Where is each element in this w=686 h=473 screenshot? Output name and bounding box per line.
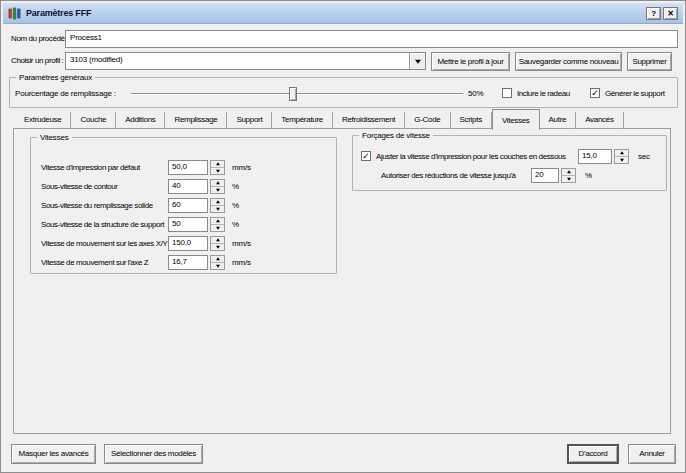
adjust-speed-checkbox[interactable]: ✓ bbox=[361, 151, 371, 161]
tab-support[interactable]: Support bbox=[227, 112, 272, 129]
speed-row-label: Sous-vitesse de contour bbox=[41, 182, 168, 191]
spinner-buttons[interactable] bbox=[210, 160, 225, 175]
speed-row: Vitesse d'impression par défaut50,0mm/s bbox=[41, 158, 332, 177]
select-models-button[interactable]: Sélectionner des modèles bbox=[104, 444, 203, 464]
spinner-buttons[interactable] bbox=[210, 198, 225, 213]
tab-avanc-s[interactable]: Avancés bbox=[576, 112, 623, 129]
close-icon[interactable]: ✕ bbox=[663, 7, 678, 20]
cancel-button[interactable]: Annuler bbox=[628, 444, 676, 464]
spinner-buttons[interactable] bbox=[561, 168, 576, 183]
generate-support-checkbox[interactable]: ✓ bbox=[590, 88, 600, 98]
spin-down-icon[interactable] bbox=[211, 244, 224, 250]
ok-button[interactable]: D'accord bbox=[567, 444, 619, 464]
profile-combobox-value: 3103 (modified) bbox=[66, 53, 409, 69]
infill-slider-thumb[interactable] bbox=[289, 87, 297, 101]
speed-input[interactable]: 50,0 bbox=[168, 160, 208, 175]
speed-spinbox[interactable]: 60 bbox=[168, 198, 225, 213]
spin-up-icon[interactable] bbox=[211, 180, 224, 187]
spinner-buttons[interactable] bbox=[210, 179, 225, 194]
infill-value: 50% bbox=[468, 89, 483, 98]
speed-spinbox[interactable]: 40 bbox=[168, 179, 225, 194]
spin-down-icon[interactable] bbox=[615, 157, 628, 163]
profile-combobox[interactable]: 3103 (modified) bbox=[65, 52, 426, 70]
adjust-speed-spinbox[interactable]: 15,0 bbox=[578, 149, 629, 164]
tab-remplissage[interactable]: Remplissage bbox=[165, 112, 227, 129]
spinner-buttons[interactable] bbox=[210, 255, 225, 270]
general-group-title: Paramètres généraux bbox=[16, 73, 95, 82]
spin-up-icon[interactable] bbox=[211, 237, 224, 244]
update-profile-button[interactable]: Mettre le profil à jour bbox=[431, 52, 510, 71]
spin-down-icon[interactable] bbox=[211, 187, 224, 193]
speed-unit: % bbox=[232, 201, 239, 210]
spin-up-icon[interactable] bbox=[562, 169, 575, 176]
tab-extrudeuse[interactable]: Extrudeuse bbox=[15, 112, 71, 129]
spin-up-icon[interactable] bbox=[211, 199, 224, 206]
tab-refroidissement[interactable]: Refroidissement bbox=[333, 112, 405, 129]
speed-input[interactable]: 60 bbox=[168, 198, 208, 213]
spin-up-icon[interactable] bbox=[211, 256, 224, 263]
spin-up-icon[interactable] bbox=[615, 150, 628, 157]
process-name-label: Nom du procédé : bbox=[11, 34, 68, 43]
tab-g-code[interactable]: G-Code bbox=[405, 112, 450, 129]
generate-support-label: Générer le support bbox=[605, 89, 665, 98]
delete-button[interactable]: Supprimer bbox=[627, 52, 672, 71]
tab-additions[interactable]: Additions bbox=[116, 112, 165, 129]
infill-slider-track bbox=[131, 93, 463, 94]
speed-spinbox[interactable]: 150,0 bbox=[168, 236, 225, 251]
spin-down-icon[interactable] bbox=[211, 263, 224, 269]
spin-down-icon[interactable] bbox=[211, 206, 224, 212]
tab-content-panel: Vitesses Vitesse d'impression par défaut… bbox=[13, 128, 671, 434]
speed-spinbox[interactable]: 50,0 bbox=[168, 160, 225, 175]
tab-autre[interactable]: Autre bbox=[540, 112, 577, 129]
speed-unit: mm/s bbox=[232, 258, 251, 267]
allow-reduction-input[interactable]: 20 bbox=[531, 168, 559, 183]
spin-down-icon[interactable] bbox=[211, 225, 224, 231]
speed-row-label: Sous-vitesse du remplissage solide bbox=[41, 201, 168, 210]
include-raft-checkbox[interactable] bbox=[502, 88, 512, 98]
speed-input[interactable]: 16,7 bbox=[168, 255, 208, 270]
tab-couche[interactable]: Couche bbox=[71, 112, 116, 129]
tab-temp-rature[interactable]: Température bbox=[272, 112, 333, 129]
infill-percentage-label: Pourcentage de remplissage : bbox=[15, 89, 116, 98]
speeds-group-title: Vitesses bbox=[37, 133, 72, 142]
save-as-new-button[interactable]: Sauvegarder comme nouveau bbox=[515, 52, 622, 71]
infill-slider[interactable] bbox=[131, 87, 463, 101]
process-name-input[interactable]: Process1 bbox=[65, 30, 678, 48]
spinner-buttons[interactable] bbox=[210, 236, 225, 251]
speeds-group: Vitesses Vitesse d'impression par défaut… bbox=[30, 137, 337, 274]
app-icon bbox=[8, 7, 21, 20]
tab-bar: ExtrudeuseCoucheAdditionsRemplissageSupp… bbox=[15, 112, 624, 129]
title-bar[interactable]: Paramètres FFF ? ✕ bbox=[3, 3, 683, 24]
spin-up-icon[interactable] bbox=[211, 218, 224, 225]
speed-input[interactable]: 50 bbox=[168, 217, 208, 232]
help-button[interactable]: ? bbox=[646, 7, 661, 20]
speed-row: Sous-vitesse de contour40% bbox=[41, 177, 332, 196]
speed-overrides-group: Forçages de vitesse ✓ Ajuster la vitesse… bbox=[352, 135, 667, 191]
speed-row: Sous-vitesse du remplissage solide60% bbox=[41, 196, 332, 215]
speed-row: Sous-vitesse de la structure de support5… bbox=[41, 215, 332, 234]
speed-row: Vitesse de mouvement sur l'axe Z16,7mm/s bbox=[41, 253, 332, 272]
profile-label: Choisir un profil : bbox=[11, 56, 63, 65]
allow-reduction-unit: % bbox=[585, 171, 592, 180]
spinner-buttons[interactable] bbox=[614, 149, 629, 164]
adjust-speed-input[interactable]: 15,0 bbox=[578, 149, 612, 164]
tab-vitesses[interactable]: Vitesses bbox=[492, 109, 540, 130]
speed-input[interactable]: 150,0 bbox=[168, 236, 208, 251]
speed-spinbox[interactable]: 50 bbox=[168, 217, 225, 232]
speed-row-label: Vitesse d'impression par défaut bbox=[41, 163, 168, 172]
chevron-down-icon[interactable] bbox=[409, 53, 425, 69]
speed-spinbox[interactable]: 16,7 bbox=[168, 255, 225, 270]
speed-input[interactable]: 40 bbox=[168, 179, 208, 194]
spin-down-icon[interactable] bbox=[211, 168, 224, 174]
spin-down-icon[interactable] bbox=[562, 176, 575, 182]
adjust-speed-unit: sec bbox=[638, 152, 650, 161]
tab-scripts[interactable]: Scripts bbox=[451, 112, 492, 129]
hide-advanced-button[interactable]: Masquer les avancés bbox=[11, 444, 96, 464]
spinner-buttons[interactable] bbox=[210, 217, 225, 232]
speed-row: Vitesse de mouvement sur les axes X/Y150… bbox=[41, 234, 332, 253]
speed-unit: mm/s bbox=[232, 163, 251, 172]
spin-up-icon[interactable] bbox=[211, 161, 224, 168]
allow-reduction-spinbox[interactable]: 20 bbox=[531, 168, 576, 183]
speed-unit: mm/s bbox=[232, 239, 251, 248]
speed-rows: Vitesse d'impression par défaut50,0mm/sS… bbox=[41, 158, 332, 272]
